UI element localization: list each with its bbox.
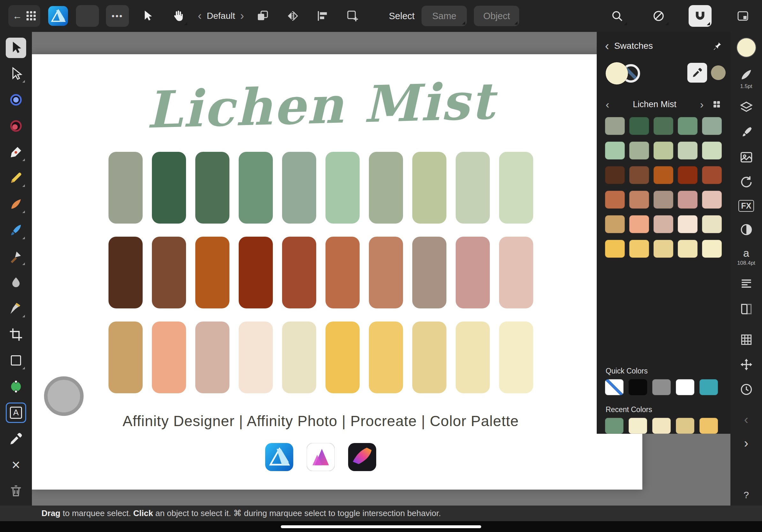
panel-color-swatch[interactable] (629, 240, 649, 258)
preset-next-icon[interactable]: › (240, 10, 244, 22)
transparency-panel-button[interactable] (739, 223, 753, 237)
paint-brush-tool[interactable] (6, 220, 26, 240)
recent-color-swatch[interactable] (676, 418, 694, 434)
palette-swatch[interactable] (456, 152, 490, 224)
recent-color-swatch[interactable] (605, 418, 624, 434)
paragraph-panel-button[interactable] (739, 277, 753, 291)
gallery-back-button[interactable]: ← (8, 5, 40, 27)
panel-color-swatch[interactable] (653, 166, 673, 184)
contour-tool[interactable] (6, 116, 26, 136)
palette-swatch[interactable] (282, 321, 316, 393)
stroke-panel-button[interactable]: 1.5pt (739, 68, 753, 90)
palette-swatch[interactable] (499, 321, 533, 393)
palette-swatch[interactable] (369, 321, 403, 393)
panel-back-icon[interactable]: ‹ (605, 40, 609, 52)
panel-color-swatch[interactable] (678, 240, 698, 258)
shape-builder-tool[interactable] (6, 376, 26, 397)
recent-color-swatch[interactable] (629, 418, 647, 434)
corner-tool[interactable] (6, 90, 26, 110)
hand-gesture-button[interactable] (166, 5, 189, 27)
recent-color-swatch[interactable] (652, 418, 671, 434)
transparency-tool[interactable] (6, 298, 26, 319)
erase-brush-tool[interactable] (6, 246, 26, 267)
palette-swatch[interactable] (412, 321, 446, 393)
fill-color-well[interactable] (606, 62, 628, 85)
align-button[interactable] (311, 5, 334, 27)
panel-color-swatch[interactable] (605, 142, 625, 160)
menu-button[interactable] (76, 5, 99, 27)
layers-panel-button[interactable] (739, 100, 753, 114)
quick-color-swatch[interactable] (605, 379, 624, 395)
pin-icon[interactable] (713, 41, 722, 51)
panel-color-swatch[interactable] (653, 117, 673, 135)
select-object-button[interactable]: Object (474, 6, 519, 26)
affinity-photo-app-icon[interactable] (307, 443, 335, 471)
palette-swatch[interactable] (456, 321, 490, 393)
panel-color-swatch[interactable] (702, 191, 722, 209)
palette-next-icon[interactable]: › (700, 99, 704, 110)
color-picker-button[interactable] (687, 63, 707, 83)
close-tools-button[interactable]: × (6, 455, 26, 475)
panel-color-swatch[interactable] (605, 166, 625, 184)
palette-swatch[interactable] (109, 321, 143, 393)
panel-color-swatch[interactable] (678, 117, 698, 135)
current-color-well[interactable] (737, 38, 756, 57)
brushes-panel-button[interactable] (739, 125, 753, 139)
panel-menu-icon[interactable] (696, 43, 704, 49)
palette-swatch[interactable] (239, 321, 273, 393)
picked-color-well[interactable] (711, 65, 725, 80)
panel-color-swatch[interactable] (702, 215, 722, 233)
palette-subtitle-artwork[interactable]: Affinity Designer | Affinity Photo | Pro… (122, 412, 519, 430)
redo-button[interactable]: › (744, 436, 748, 449)
palette-swatch[interactable] (326, 321, 360, 393)
pages-panel-button[interactable] (739, 302, 753, 316)
grid-view-icon[interactable] (712, 100, 722, 109)
preview-mode-button[interactable] (647, 5, 670, 27)
panel-color-swatch[interactable] (678, 215, 698, 233)
panel-color-swatch[interactable] (678, 191, 698, 209)
canvas-area[interactable]: Lichen Mist Affinity Designer | Affinity… (32, 32, 730, 505)
insert-button[interactable] (341, 5, 364, 27)
move-panel-button[interactable] (739, 358, 753, 371)
move-tool[interactable] (6, 37, 26, 58)
affinity-designer-app-icon[interactable] (265, 443, 293, 471)
panel-color-swatch[interactable] (653, 240, 673, 258)
pencil-tool[interactable] (6, 168, 26, 188)
palette-swatch[interactable] (152, 321, 186, 393)
palette-swatch[interactable] (326, 237, 360, 308)
palette-swatch[interactable] (239, 152, 273, 224)
palette-swatch[interactable] (369, 152, 403, 224)
zoom-tool-button[interactable] (606, 5, 629, 27)
duplicate-button[interactable] (251, 5, 274, 27)
node-tool[interactable] (6, 64, 26, 84)
panel-color-swatch[interactable] (678, 166, 698, 184)
palette-swatch[interactable] (499, 237, 533, 308)
pointer-tool-button[interactable] (136, 5, 159, 27)
palette-prev-icon[interactable]: ‹ (606, 99, 609, 110)
panel-color-swatch[interactable] (702, 142, 722, 160)
panel-color-swatch[interactable] (678, 142, 698, 160)
palette-swatch[interactable] (282, 237, 316, 308)
panel-color-swatch[interactable] (605, 215, 625, 233)
adjustments-panel-button[interactable] (739, 150, 753, 164)
shape-tool[interactable] (6, 351, 26, 371)
palette-swatch[interactable] (109, 237, 143, 308)
palette-title-artwork[interactable]: Lichen Mist (145, 54, 496, 157)
palette-swatch[interactable] (369, 237, 403, 308)
flip-button[interactable] (281, 5, 304, 27)
palette-swatch[interactable] (239, 237, 273, 308)
palette-swatch[interactable] (412, 152, 446, 224)
effects-panel-button[interactable]: FX (738, 200, 754, 212)
home-indicator[interactable] (281, 525, 481, 528)
delete-button[interactable] (6, 481, 26, 501)
panel-color-swatch[interactable] (605, 191, 625, 209)
crop-tool[interactable] (6, 324, 26, 345)
undo-button[interactable]: ‹ (744, 413, 748, 426)
panel-color-swatch[interactable] (653, 142, 673, 160)
color-picker-tool[interactable] (6, 429, 26, 449)
window-mode-button[interactable] (731, 5, 754, 27)
panel-color-swatch[interactable] (605, 117, 625, 135)
quick-color-swatch[interactable] (676, 379, 694, 395)
preset-label[interactable]: Default (207, 11, 235, 21)
history-panel-button[interactable] (739, 382, 753, 396)
